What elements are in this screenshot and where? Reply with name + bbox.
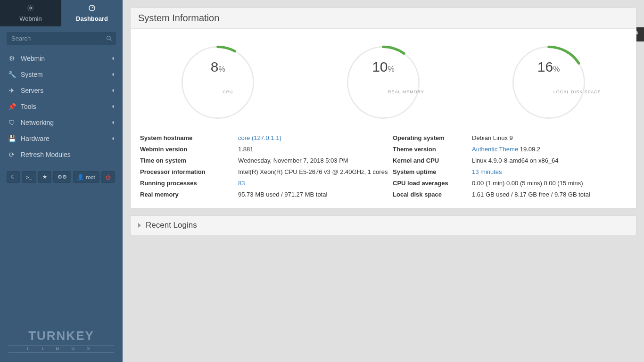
svg-point-3: [182, 47, 254, 118]
user-icon: 👤: [77, 174, 84, 180]
gauge-value: 16: [537, 59, 553, 74]
chevron-left-icon: [112, 121, 114, 124]
info-value: Wednesday, November 7, 2018 5:03 PM: [238, 157, 389, 164]
power-icon: ⏻: [106, 174, 111, 180]
gauge-pct: %: [219, 65, 225, 73]
chevron-left-icon: [112, 137, 114, 140]
disk-icon: 💾: [8, 135, 15, 142]
info-value: Debian Linux 9: [472, 134, 627, 141]
tab-webmin-label: Webmin: [19, 15, 41, 22]
info-key: Webmin version: [140, 146, 234, 153]
info-key: Time on system: [140, 157, 234, 164]
webmin-icon: [26, 4, 35, 15]
brand-logo: TURNKEY L I N U X: [0, 329, 123, 353]
logout-button[interactable]: ⏻: [101, 171, 115, 183]
sidebar-item-label: Refresh Modules: [21, 151, 71, 158]
gauge-pct: %: [388, 65, 395, 73]
sidebar-item-webmin[interactable]: ⚙Webmin: [0, 50, 123, 66]
brand-text: TURNKEY: [0, 329, 123, 343]
terminal-icon: >_: [26, 174, 32, 180]
chevron-left-icon: [112, 57, 114, 60]
info-key: Real memory: [140, 191, 234, 198]
info-value: Intel(R) Xeon(R) CPU E5-2676 v3 @ 2.40GH…: [238, 168, 389, 175]
chevron-left-icon: [112, 105, 114, 108]
info-value: 0.00 (1 min) 0.00 (5 mins) 0.00 (15 mins…: [472, 180, 627, 187]
info-value: 95.73 MB used / 971.27 MB total: [238, 191, 389, 198]
tab-dashboard[interactable]: Dashboard: [61, 0, 123, 26]
sidebar-item-servers[interactable]: ✈Servers: [0, 82, 123, 99]
info-key: Operating system: [393, 134, 468, 141]
sidebar-item-refresh-modules[interactable]: ⟳Refresh Modules: [0, 147, 123, 163]
info-key: Kernel and CPU: [393, 157, 468, 164]
sidebar-item-label: Hardware: [21, 135, 50, 142]
recent-logins-panel[interactable]: Recent Logins: [130, 215, 636, 235]
recent-logins-title: Recent Logins: [146, 221, 197, 230]
pin-icon: 📌: [8, 103, 15, 110]
hostname-link[interactable]: core (127.0.1.1): [238, 134, 281, 141]
shield-icon: 🛡: [8, 119, 15, 126]
dashboard-icon: [88, 4, 96, 15]
main-content: System Information 8% CPU 10% REAL MEMOR…: [123, 0, 644, 362]
info-key: System uptime: [393, 168, 468, 175]
sidebar-item-system[interactable]: 🔧System: [0, 66, 123, 82]
user-button[interactable]: 👤root: [73, 171, 99, 183]
sidebar-item-label: System: [21, 71, 43, 78]
sidebar: ⚙Webmin 🔧System ✈Servers 📌Tools 🛡Network…: [0, 26, 123, 362]
moon-icon: ☾: [11, 174, 16, 180]
gauge-memory: 10% REAL MEMORY: [322, 40, 445, 125]
sidebar-nav: ⚙Webmin 🔧System ✈Servers 📌Tools 🛡Network…: [0, 50, 123, 163]
gauges-row: 8% CPU 10% REAL MEMORY 16% LOCAL DISK: [131, 29, 636, 130]
system-info-panel: System Information 8% CPU 10% REAL MEMOR…: [130, 8, 636, 209]
tab-webmin[interactable]: Webmin: [0, 0, 61, 26]
info-key: Theme version: [393, 146, 468, 153]
info-value: Linux 4.9.0-8-amd64 on x86_64: [472, 157, 627, 164]
system-info-grid: System hostname core (127.0.1.1) Operati…: [131, 130, 636, 208]
sidebar-item-label: Servers: [21, 87, 43, 94]
gauge-label: REAL MEMORY: [388, 90, 424, 94]
sidebar-item-networking[interactable]: 🛡Networking: [0, 115, 123, 131]
sidebar-tabs: Webmin Dashboard: [0, 0, 123, 26]
chevron-left-icon: [112, 73, 114, 76]
uptime-link[interactable]: 13 minutes: [472, 168, 502, 175]
night-mode-button[interactable]: ☾: [7, 171, 20, 183]
sidebar-item-label: Webmin: [21, 55, 45, 62]
chevron-left-icon: [112, 89, 114, 92]
sidebar-item-label: Tools: [21, 103, 36, 110]
info-value: 19.09.2: [518, 146, 540, 153]
sidebar-item-tools[interactable]: 📌Tools: [0, 99, 123, 115]
theme-link[interactable]: Authentic Theme: [472, 146, 518, 153]
svg-point-5: [347, 47, 419, 118]
brand-subtext: L I N U X: [8, 345, 114, 353]
info-key: Running processes: [140, 180, 234, 187]
info-value: 1.881: [238, 146, 389, 153]
tab-dashboard-label: Dashboard: [76, 15, 108, 22]
search-icon[interactable]: [106, 35, 112, 43]
user-label: root: [86, 174, 95, 180]
gauge-value: 10: [372, 59, 388, 74]
gears-icon: ⚙⚙: [58, 174, 67, 180]
sidebar-item-hardware[interactable]: 💾Hardware: [0, 131, 123, 147]
plane-icon: ✈: [8, 87, 15, 94]
gear-icon: ⚙: [8, 55, 15, 62]
chevron-right-icon: [138, 223, 141, 228]
gauge-disk: 16% LOCAL DISK SPACE: [487, 40, 610, 125]
sidebar-toolbar: ☾ >_ ★ ⚙⚙ 👤root ⏻: [0, 163, 123, 191]
terminal-button[interactable]: >_: [22, 171, 36, 183]
info-value: 1.61 GB used / 8.17 GB free / 9.78 GB to…: [472, 191, 627, 198]
refresh-icon: ⟳: [8, 151, 15, 158]
settings-button[interactable]: ⚙⚙: [53, 171, 71, 183]
info-key: Local disk space: [393, 191, 468, 198]
wrench-icon: 🔧: [8, 71, 15, 78]
gauge-pct: %: [553, 65, 560, 73]
info-key: System hostname: [140, 134, 234, 141]
svg-point-2: [107, 36, 111, 40]
search-input[interactable]: [7, 32, 116, 45]
panel-title: System Information: [131, 8, 636, 29]
processes-link[interactable]: 83: [238, 180, 245, 187]
favorites-button[interactable]: ★: [38, 171, 51, 183]
svg-point-0: [30, 7, 32, 9]
gauge-value: 8: [211, 59, 219, 74]
sidebar-item-label: Networking: [21, 119, 54, 126]
gauge-label: CPU: [223, 90, 233, 94]
gauge-label: LOCAL DISK SPACE: [553, 90, 601, 94]
